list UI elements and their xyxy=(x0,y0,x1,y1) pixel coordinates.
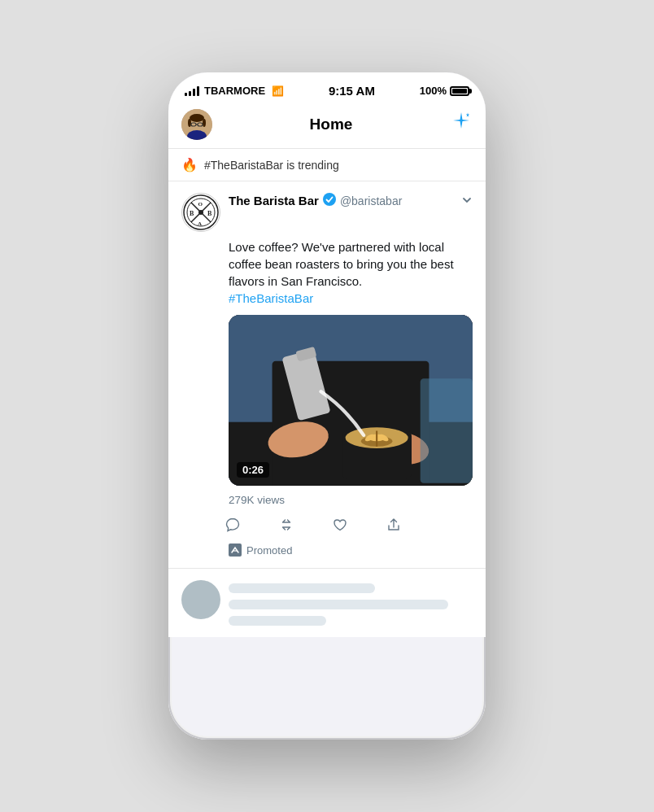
next-tweet-card xyxy=(168,569,486,637)
tweet-handle: @baristabar xyxy=(340,194,402,207)
phone-shell: TBARMORE 📶 9:15 AM 100% xyxy=(168,72,486,740)
svg-text:O: O xyxy=(198,201,203,207)
like-button[interactable] xyxy=(329,514,351,535)
signal-bar-2 xyxy=(189,91,191,96)
signal-bars-icon xyxy=(185,86,199,96)
reply-button[interactable] xyxy=(222,514,243,535)
tweet-hashtag[interactable]: #TheBaristaBar xyxy=(229,291,313,305)
video-duration: 0:26 xyxy=(237,462,269,478)
trending-text: #TheBaristaBar is trending xyxy=(204,159,339,172)
status-right: 100% xyxy=(420,85,469,97)
signal-bar-1 xyxy=(185,93,187,96)
carrier-label: TBARMORE xyxy=(204,85,265,97)
battery-pct-label: 100% xyxy=(420,85,447,97)
app-header: Home xyxy=(168,103,486,149)
verified-badge-icon xyxy=(323,193,336,208)
views-count: 279K views xyxy=(229,494,473,506)
next-tweet-lines xyxy=(229,580,473,626)
placeholder-line-3 xyxy=(229,616,326,626)
signal-bar-4 xyxy=(197,86,199,96)
tweet-text: Love coffee? We've partnered with local … xyxy=(229,240,454,305)
tweet-display-name: The Barista Bar xyxy=(229,194,319,207)
svg-rect-34 xyxy=(421,378,473,483)
svg-text:B: B xyxy=(190,210,194,217)
tweet-meta: The Barista Bar @baristabar xyxy=(229,193,461,208)
battery-fill xyxy=(452,89,467,94)
user-avatar[interactable] xyxy=(181,109,212,140)
chevron-down-icon[interactable] xyxy=(461,194,473,208)
tweet-media[interactable]: 0:26 xyxy=(229,315,473,486)
svg-point-13 xyxy=(198,210,203,215)
tweet-actions xyxy=(222,514,473,544)
retweet-button[interactable] xyxy=(276,514,297,535)
placeholder-line-1 xyxy=(229,583,375,593)
svg-point-3 xyxy=(190,114,204,122)
promoted-icon xyxy=(229,544,242,557)
trending-bar[interactable]: 🔥 #TheBaristaBar is trending xyxy=(168,149,486,181)
media-background: 0:26 xyxy=(229,315,473,486)
wifi-icon: 📶 xyxy=(272,85,284,97)
svg-point-18 xyxy=(323,193,336,206)
promoted-label: Promoted xyxy=(246,544,292,557)
sparkle-icon[interactable] xyxy=(450,111,473,139)
tweet-header: B B A O The Barista Bar xyxy=(181,193,473,232)
next-tweet-avatar xyxy=(181,580,220,619)
status-left: TBARMORE 📶 xyxy=(185,85,284,97)
svg-point-4 xyxy=(188,119,191,127)
flame-icon: 🔥 xyxy=(181,157,198,172)
svg-point-5 xyxy=(203,119,206,127)
svg-text:A: A xyxy=(198,220,202,227)
battery-icon xyxy=(450,86,469,96)
promoted-row: Promoted xyxy=(229,544,473,568)
status-bar: TBARMORE 📶 9:15 AM 100% xyxy=(168,72,486,103)
page-title: Home xyxy=(310,116,353,133)
svg-text:B: B xyxy=(207,210,212,217)
tweet-body: Love coffee? We've partnered with local … xyxy=(229,238,473,307)
tweet-card: B B A O The Barista Bar xyxy=(168,181,486,569)
placeholder-line-2 xyxy=(229,600,448,609)
share-button[interactable] xyxy=(383,514,404,535)
signal-bar-3 xyxy=(193,89,195,96)
tweet-avatar[interactable]: B B A O xyxy=(181,193,220,232)
tweet-name-row: The Barista Bar @baristabar xyxy=(229,193,461,208)
time-display: 9:15 AM xyxy=(329,84,375,98)
